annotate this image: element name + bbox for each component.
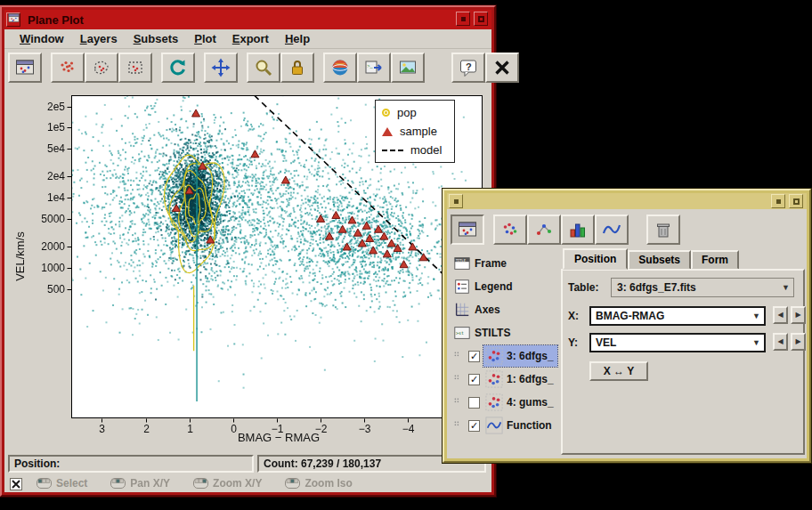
handle-icon xyxy=(453,374,465,385)
svg-text:>st: >st xyxy=(456,330,464,336)
legend-label: pop xyxy=(397,106,417,119)
swap-xy-button[interactable]: X ↔ Y xyxy=(589,361,648,381)
tab-position[interactable]: Position xyxy=(563,248,628,270)
maximize-button[interactable] xyxy=(789,194,803,208)
mouse-icon xyxy=(110,478,126,489)
titlebar[interactable]: Plane Plot xyxy=(4,10,491,29)
layer-stack-list: TITLEFrameLegendAxes>stSTILTS✓3: 6dfgs_✓… xyxy=(451,252,558,455)
stack-item-legend[interactable]: Legend xyxy=(451,275,558,298)
menu-plot[interactable]: Plot xyxy=(194,32,216,45)
menu-window[interactable]: Window xyxy=(20,32,64,45)
layer-row-1[interactable]: ✓1: 6dfgs_ xyxy=(451,368,558,391)
layer-row-3[interactable]: ✓Function xyxy=(451,414,558,437)
stack-item-label: STILTS xyxy=(475,327,510,339)
add-function-layer-button[interactable] xyxy=(595,215,629,245)
close-button[interactable] xyxy=(485,53,519,83)
mouse-hint-label: Zoom X/Y xyxy=(213,477,262,490)
x-axis-label: BMAG − RMAG xyxy=(172,431,386,444)
stack-item-stilts[interactable]: >stSTILTS xyxy=(451,321,558,344)
y-axis-label: VEL/km/s xyxy=(13,207,26,305)
y-label: Y: xyxy=(568,333,578,352)
stack-item-frame[interactable]: TITLEFrame xyxy=(451,252,558,275)
layer-control-window: TITLEFrameLegendAxes>stSTILTS✓3: 6dfgs_✓… xyxy=(443,189,811,463)
stack-item-axes[interactable]: Axes xyxy=(451,298,558,321)
window-menu-button[interactable] xyxy=(449,194,463,208)
stilts-command-button[interactable]: >_ xyxy=(357,53,391,83)
export-cmd-icon: >_ xyxy=(364,58,384,77)
scatter-add-icon xyxy=(500,220,520,239)
x-prev-button[interactable]: ◀ xyxy=(773,306,788,324)
tab-form[interactable]: Form xyxy=(691,250,739,270)
handle-icon xyxy=(453,351,465,362)
maximize-button[interactable] xyxy=(474,12,488,26)
zoom-button[interactable] xyxy=(247,53,280,83)
menubar: WindowLayersSubsetsPlotExportHelp xyxy=(4,29,491,49)
marker-function-icon xyxy=(485,417,503,434)
box-select-icon xyxy=(126,58,145,77)
menu-subsets[interactable]: Subsets xyxy=(134,32,179,45)
y-value: VEL xyxy=(596,336,616,349)
count-label: Count: 67,239 / 180,137 xyxy=(264,457,381,470)
blob-subset-button[interactable] xyxy=(85,53,118,83)
lock-icon xyxy=(288,58,307,77)
svg-text:>_: >_ xyxy=(367,63,373,69)
layer-control-button[interactable] xyxy=(8,53,42,83)
remove-layer-button[interactable] xyxy=(646,215,680,245)
window-menu-button[interactable] xyxy=(6,12,20,27)
add-pair-layer-button[interactable] xyxy=(527,215,561,245)
mouse-hint-label: Select xyxy=(56,477,87,490)
window-plot-icon xyxy=(458,220,477,239)
axes-icon xyxy=(453,301,471,319)
add-position-layer-button[interactable] xyxy=(493,215,527,245)
legend-entry-pop: pop xyxy=(382,105,448,120)
position-label: Position: xyxy=(14,457,60,470)
layer-visible-checkbox[interactable]: ✓ xyxy=(468,420,480,432)
export-image-button[interactable] xyxy=(391,53,425,83)
x-next-button[interactable]: ▶ xyxy=(791,306,806,324)
layer-row-2[interactable]: 4: gums_ xyxy=(451,391,558,414)
layer-visible-checkbox[interactable]: ✓ xyxy=(468,351,480,362)
x-value: BMAG-RMAG xyxy=(596,310,664,322)
sphere-icon xyxy=(330,58,350,77)
sphere-view-button[interactable] xyxy=(323,53,357,83)
tab-subsets[interactable]: Subsets xyxy=(628,250,691,270)
marker-scatter-icon xyxy=(485,347,503,365)
box-subset-button[interactable] xyxy=(118,53,152,83)
mouse-icon xyxy=(193,478,208,489)
model-line-icon xyxy=(382,150,403,151)
replot-button[interactable] xyxy=(161,53,195,83)
layer-detail-panel: PositionSubsetsForm Table: 3: 6dfgs_E7.f… xyxy=(561,250,805,455)
minimize-icon xyxy=(776,199,781,204)
minimize-button[interactable] xyxy=(771,194,785,208)
layer-control-button[interactable] xyxy=(451,215,484,245)
mouse-hint-zoom-x-y: Zoom X/Y xyxy=(193,477,262,490)
help-button[interactable]: ? xyxy=(451,53,485,83)
maximize-icon xyxy=(478,16,484,22)
hint-bar-checkbox[interactable] xyxy=(10,478,22,490)
x-combobox[interactable]: BMAG-RMAG ▼ xyxy=(589,306,766,326)
pan-button[interactable] xyxy=(204,53,238,83)
layer-label: 1: 6dfgs_ xyxy=(507,373,554,385)
lock-axes-button[interactable] xyxy=(280,53,314,83)
link-icon xyxy=(534,220,554,239)
menu-layers[interactable]: Layers xyxy=(80,32,118,45)
layer-visible-checkbox[interactable] xyxy=(468,397,480,409)
menu-export[interactable]: Export xyxy=(232,32,269,45)
layer-visible-checkbox[interactable]: ✓ xyxy=(468,374,480,385)
y-next-button[interactable]: ▶ xyxy=(791,333,806,351)
y-prev-button[interactable]: ◀ xyxy=(773,333,788,351)
table-combobox[interactable]: 3: 6dfgs_E7.fits ▼ xyxy=(611,278,794,297)
titlebar[interactable] xyxy=(447,193,807,209)
position-readout: Position: xyxy=(8,455,254,473)
y-combobox[interactable]: VEL ▼ xyxy=(589,333,766,352)
menu-help[interactable]: Help xyxy=(285,32,310,45)
table-label: Table: xyxy=(568,278,598,297)
layer-row-0[interactable]: ✓3: 6dfgs_ xyxy=(451,344,558,368)
plot-panel: VEL/km/s BMAG − RMAG popsamplemodel xyxy=(12,88,491,451)
mouse-hint-select: Select xyxy=(37,477,87,490)
add-scatter-layer-button[interactable] xyxy=(51,53,85,83)
minimize-button[interactable] xyxy=(456,12,470,26)
mouse-hint-zoom-iso: Zoom Iso xyxy=(285,477,352,490)
minimize-icon xyxy=(461,17,466,21)
add-histogram-layer-button[interactable] xyxy=(561,215,595,245)
